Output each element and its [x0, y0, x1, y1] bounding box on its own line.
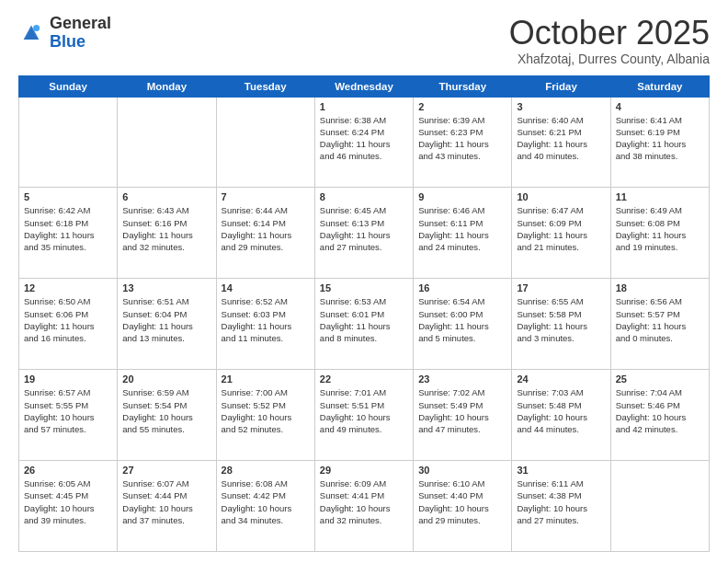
- cell-content: Sunrise: 6:10 AMSunset: 4:40 PMDaylight:…: [418, 477, 506, 526]
- calendar-cell: 27Sunrise: 6:07 AMSunset: 4:44 PMDayligh…: [118, 461, 216, 552]
- calendar-cell: 4Sunrise: 6:41 AMSunset: 6:19 PMDaylight…: [610, 97, 709, 188]
- day-number: 11: [616, 191, 704, 202]
- col-sunday: Sunday: [19, 75, 118, 97]
- daylight-text: and 38 minutes.: [616, 151, 678, 161]
- sunset-text: Sunset: 5:58 PM: [517, 309, 581, 319]
- sunrise-text: Sunrise: 6:43 AM: [122, 205, 188, 215]
- calendar-cell: 12Sunrise: 6:50 AMSunset: 6:06 PMDayligh…: [19, 279, 118, 370]
- daylight-text: and 44 minutes.: [517, 424, 579, 434]
- calendar-cell: 20Sunrise: 6:59 AMSunset: 5:54 PMDayligh…: [118, 370, 216, 461]
- cell-content: Sunrise: 6:42 AMSunset: 6:18 PMDaylight:…: [24, 204, 112, 253]
- sunrise-text: Sunrise: 6:54 AM: [418, 296, 484, 306]
- cell-content: Sunrise: 6:52 AMSunset: 6:03 PMDaylight:…: [222, 295, 310, 344]
- calendar-cell: 18Sunrise: 6:56 AMSunset: 5:57 PMDayligh…: [610, 279, 709, 370]
- calendar-cell: [216, 97, 314, 188]
- daylight-text: and 42 minutes.: [616, 424, 678, 434]
- daylight-text: and 57 minutes.: [24, 424, 86, 434]
- cell-content: Sunrise: 6:56 AMSunset: 5:57 PMDaylight:…: [616, 295, 704, 344]
- sunset-text: Sunset: 4:38 PM: [517, 490, 581, 500]
- calendar-cell: 29Sunrise: 6:09 AMSunset: 4:41 PMDayligh…: [314, 461, 413, 552]
- sunrise-text: Sunrise: 6:42 AM: [24, 205, 90, 215]
- day-number: 5: [24, 191, 112, 202]
- day-number: 19: [24, 373, 112, 385]
- daylight-text: Daylight: 10 hours: [122, 412, 193, 422]
- daylight-text: and 8 minutes.: [320, 333, 377, 343]
- cell-content: Sunrise: 6:41 AMSunset: 6:19 PMDaylight:…: [616, 114, 704, 163]
- calendar-cell: 19Sunrise: 6:57 AMSunset: 5:55 PMDayligh…: [19, 370, 118, 461]
- daylight-text: and 24 minutes.: [418, 242, 481, 252]
- cell-content: Sunrise: 6:45 AMSunset: 6:13 PMDaylight:…: [320, 204, 408, 253]
- sunrise-text: Sunrise: 7:00 AM: [222, 387, 288, 397]
- header: General Blue October 2025 Xhafzotaj, Dur…: [18, 15, 710, 66]
- day-number: 27: [122, 465, 210, 476]
- sunrise-text: Sunrise: 7:01 AM: [320, 387, 386, 397]
- day-number: 29: [320, 465, 408, 476]
- col-wednesday: Wednesday: [314, 75, 413, 97]
- sunrise-text: Sunrise: 7:04 AM: [616, 387, 682, 397]
- sunset-text: Sunset: 4:42 PM: [222, 490, 286, 500]
- calendar-cell: 25Sunrise: 7:04 AMSunset: 5:46 PMDayligh…: [610, 370, 709, 461]
- calendar-cell: 8Sunrise: 6:45 AMSunset: 6:13 PMDaylight…: [314, 188, 413, 279]
- sunrise-text: Sunrise: 6:50 AM: [24, 296, 90, 306]
- sunset-text: Sunset: 4:45 PM: [24, 490, 88, 500]
- logo: General Blue: [18, 15, 111, 52]
- day-number: 22: [320, 373, 408, 385]
- sunrise-text: Sunrise: 6:55 AM: [517, 296, 583, 306]
- sunrise-text: Sunrise: 6:11 AM: [517, 478, 583, 488]
- calendar-cell: 15Sunrise: 6:53 AMSunset: 6:01 PMDayligh…: [314, 279, 413, 370]
- sunset-text: Sunset: 6:04 PM: [122, 309, 187, 319]
- logo-general-text: General: [50, 14, 111, 32]
- daylight-text: Daylight: 11 hours: [320, 230, 391, 240]
- day-number: 21: [222, 373, 310, 385]
- cell-content: Sunrise: 6:46 AMSunset: 6:11 PMDaylight:…: [418, 204, 506, 253]
- daylight-text: and 47 minutes.: [418, 424, 481, 434]
- sunset-text: Sunset: 5:48 PM: [517, 400, 581, 410]
- cell-content: Sunrise: 6:39 AMSunset: 6:23 PMDaylight:…: [418, 114, 506, 163]
- calendar-cell: 22Sunrise: 7:01 AMSunset: 5:51 PMDayligh…: [314, 370, 413, 461]
- cell-content: Sunrise: 6:50 AMSunset: 6:06 PMDaylight:…: [24, 295, 112, 344]
- col-saturday: Saturday: [610, 75, 709, 97]
- sunrise-text: Sunrise: 6:39 AM: [418, 115, 484, 125]
- day-number: 25: [616, 373, 704, 385]
- daylight-text: Daylight: 11 hours: [320, 321, 391, 331]
- daylight-text: and 13 minutes.: [122, 333, 185, 343]
- sunrise-text: Sunrise: 6:57 AM: [24, 387, 90, 397]
- sunrise-text: Sunrise: 6:09 AM: [320, 478, 386, 488]
- calendar-header-row: Sunday Monday Tuesday Wednesday Thursday…: [19, 75, 710, 97]
- cell-content: Sunrise: 7:04 AMSunset: 5:46 PMDaylight:…: [616, 386, 704, 435]
- logo-blue-text: Blue: [50, 32, 85, 51]
- calendar-cell: 5Sunrise: 6:42 AMSunset: 6:18 PMDaylight…: [19, 188, 118, 279]
- calendar-cell: [19, 97, 118, 188]
- day-number: 8: [320, 191, 408, 202]
- sunrise-text: Sunrise: 6:53 AM: [320, 296, 386, 306]
- week-row-2: 5Sunrise: 6:42 AMSunset: 6:18 PMDaylight…: [19, 188, 710, 279]
- sunset-text: Sunset: 6:01 PM: [320, 309, 384, 319]
- day-number: 7: [222, 191, 310, 202]
- calendar-cell: 2Sunrise: 6:39 AMSunset: 6:23 PMDaylight…: [414, 97, 512, 188]
- svg-point-2: [33, 25, 40, 31]
- sunrise-text: Sunrise: 6:44 AM: [222, 205, 288, 215]
- calendar-cell: 21Sunrise: 7:00 AMSunset: 5:52 PMDayligh…: [216, 370, 314, 461]
- daylight-text: Daylight: 10 hours: [24, 412, 95, 422]
- cell-content: Sunrise: 7:01 AMSunset: 5:51 PMDaylight:…: [320, 386, 408, 435]
- sunset-text: Sunset: 6:16 PM: [122, 218, 187, 228]
- daylight-text: and 55 minutes.: [122, 424, 185, 434]
- daylight-text: Daylight: 11 hours: [122, 230, 193, 240]
- day-number: 9: [418, 191, 506, 202]
- col-monday: Monday: [118, 75, 216, 97]
- day-number: 6: [122, 191, 210, 202]
- day-number: 4: [616, 101, 704, 112]
- daylight-text: and 29 minutes.: [222, 242, 284, 252]
- daylight-text: Daylight: 11 hours: [122, 321, 193, 331]
- col-tuesday: Tuesday: [216, 75, 314, 97]
- daylight-text: and 3 minutes.: [517, 333, 574, 343]
- sunrise-text: Sunrise: 6:07 AM: [122, 478, 188, 488]
- sunset-text: Sunset: 6:13 PM: [320, 218, 384, 228]
- sunrise-text: Sunrise: 6:38 AM: [320, 115, 386, 125]
- sunset-text: Sunset: 5:54 PM: [122, 400, 187, 410]
- calendar-cell: 10Sunrise: 6:47 AMSunset: 6:09 PMDayligh…: [512, 188, 610, 279]
- sunset-text: Sunset: 6:08 PM: [616, 218, 680, 228]
- title-block: October 2025 Xhafzotaj, Durres County, A…: [509, 15, 710, 66]
- calendar-cell: 16Sunrise: 6:54 AMSunset: 6:00 PMDayligh…: [414, 279, 512, 370]
- col-thursday: Thursday: [414, 75, 512, 97]
